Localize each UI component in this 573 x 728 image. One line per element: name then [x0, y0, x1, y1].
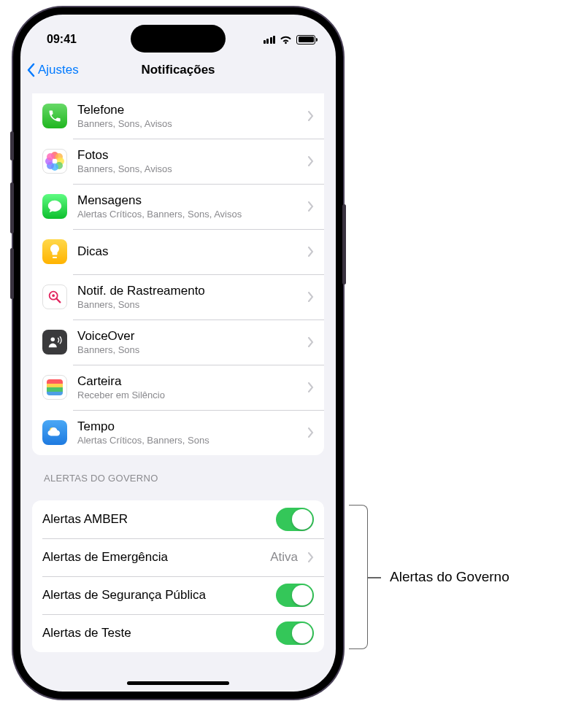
- app-sub: Alertas Críticos, Banners, Sons, Avisos: [77, 209, 302, 220]
- app-name: Notif. de Rastreamento: [77, 284, 302, 298]
- app-row-dicas[interactable]: Dicas: [32, 229, 324, 274]
- test-label: Alertas de Teste: [42, 626, 276, 640]
- amber-alerts-row: Alertas AMBER: [32, 500, 324, 538]
- gov-alerts-header: ALERTAS DO GOVERNO: [32, 455, 324, 489]
- emergency-value: Ativa: [270, 550, 298, 565]
- app-sub: Banners, Sons: [77, 344, 302, 355]
- app-name: VoiceOver: [77, 329, 302, 344]
- chevron-right-icon: [308, 292, 314, 302]
- status-time: 09:41: [47, 33, 77, 46]
- chevron-right-icon: [308, 337, 314, 347]
- nav-bar: Ajustes Notificações: [20, 54, 336, 86]
- tracking-app-icon: [42, 284, 67, 309]
- cellular-signal-icon: [264, 36, 276, 44]
- status-icons: [264, 35, 316, 44]
- public-safety-alerts-row: Alertas de Segurança Pública: [32, 576, 324, 614]
- screen: 09:41 Ajustes Notificações: [20, 15, 336, 692]
- dynamic-island: [131, 25, 226, 53]
- app-notifications-group: Telefone Banners, Sons, Avisos: [32, 93, 324, 455]
- app-name: Fotos: [77, 148, 302, 163]
- app-sub: Banners, Sons: [77, 299, 302, 310]
- back-button[interactable]: Ajustes: [26, 63, 79, 77]
- emergency-alerts-row[interactable]: Alertas de Emergência Ativa: [32, 538, 324, 576]
- side-button: [342, 204, 346, 284]
- app-sub: Banners, Sons, Avisos: [77, 163, 302, 174]
- voiceover-app-icon: [42, 330, 67, 355]
- content: Telefone Banners, Sons, Avisos: [20, 93, 336, 667]
- chevron-right-icon: [308, 247, 314, 257]
- wifi-icon: [280, 35, 292, 44]
- chevron-right-icon: [308, 382, 314, 392]
- svg-point-1: [52, 294, 55, 297]
- app-row-voiceover[interactable]: VoiceOver Banners, Sons: [32, 320, 324, 365]
- svg-point-2: [51, 338, 55, 342]
- app-name: Carteira: [77, 374, 302, 389]
- app-row-tempo[interactable]: Tempo Alertas Críticos, Banners, Sons: [32, 410, 324, 455]
- phone-frame: 09:41 Ajustes Notificações: [13, 7, 343, 699]
- battery-icon: [296, 35, 315, 44]
- app-sub: Alertas Críticos, Banners, Sons: [77, 435, 302, 446]
- callout-gov-alerts: Alertas do Governo: [349, 505, 509, 649]
- tips-app-icon: [42, 239, 67, 264]
- app-name: Tempo: [77, 419, 302, 434]
- chevron-left-icon: [26, 63, 35, 77]
- app-name: Telefone: [77, 103, 302, 117]
- messages-app-icon: [42, 194, 67, 219]
- callout-label: Alertas do Governo: [390, 569, 509, 585]
- volume-up-button: [10, 182, 14, 233]
- photos-app-icon: [42, 149, 67, 174]
- app-row-rastreamento[interactable]: Notif. de Rastreamento Banners, Sons: [32, 274, 324, 320]
- safety-label: Alertas de Segurança Pública: [42, 588, 276, 603]
- wallet-app-icon: [42, 375, 67, 400]
- chevron-right-icon: [308, 156, 314, 166]
- phone-app-icon: [42, 104, 67, 128]
- amber-label: Alertas AMBER: [42, 512, 276, 527]
- chevron-right-icon: [308, 111, 314, 121]
- chevron-right-icon: [308, 552, 314, 562]
- chevron-right-icon: [308, 427, 314, 438]
- app-row-telefone[interactable]: Telefone Banners, Sons, Avisos: [32, 93, 324, 139]
- app-row-carteira[interactable]: Carteira Receber em Silêncio: [32, 365, 324, 410]
- callout-bracket: [349, 505, 368, 649]
- back-label: Ajustes: [38, 63, 79, 77]
- chevron-right-icon: [308, 201, 314, 212]
- app-sub: Banners, Sons, Avisos: [77, 118, 302, 129]
- app-sub: Receber em Silêncio: [77, 390, 302, 400]
- emergency-label: Alertas de Emergência: [42, 550, 270, 565]
- app-row-fotos[interactable]: Fotos Banners, Sons, Avisos: [32, 139, 324, 184]
- app-name: Mensagens: [77, 193, 302, 208]
- silent-switch: [10, 131, 14, 160]
- gov-alerts-group: Alertas AMBER Alertas de Emergência Ativ…: [32, 500, 324, 652]
- app-row-mensagens[interactable]: Mensagens Alertas Críticos, Banners, Son…: [32, 184, 324, 229]
- weather-app-icon: [42, 420, 67, 445]
- home-indicator[interactable]: [127, 681, 229, 685]
- safety-toggle[interactable]: [276, 584, 314, 607]
- test-toggle[interactable]: [276, 621, 314, 645]
- volume-down-button: [10, 248, 14, 299]
- app-name: Dicas: [77, 244, 302, 259]
- amber-toggle[interactable]: [276, 508, 314, 531]
- test-alerts-row: Alertas de Teste: [32, 614, 324, 652]
